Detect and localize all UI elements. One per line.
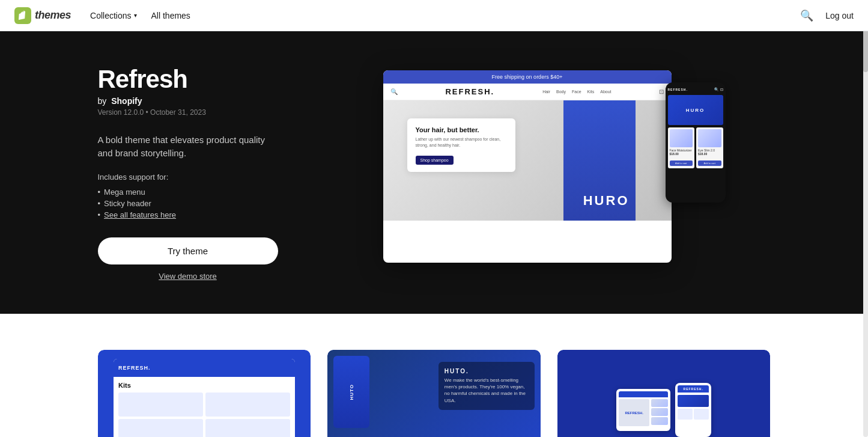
nav-right: 🔍 Log out: [798, 7, 854, 25]
f2-product-visual: HUTO: [333, 356, 369, 428]
logo[interactable]: themes: [14, 7, 71, 24]
mockup-logo: REFRESH.: [445, 87, 494, 96]
feature-card-2: HUTO HUTO. We make the world's best-smel…: [327, 350, 541, 437]
view-demo-button[interactable]: View demo store: [98, 272, 278, 281]
hero-description: A bold theme that elevates product quali…: [98, 133, 278, 160]
features-grid: REFRESH. Kits: [98, 350, 771, 437]
mockup-product-card: Your hair, but better. Lather up with ou…: [407, 118, 515, 172]
logout-button[interactable]: Log out: [825, 11, 854, 20]
nav-links: Collections ▾ All themes: [90, 11, 798, 20]
feature-card-3: REFRESH.: [557, 350, 771, 437]
hero-support-title: Includes support for:: [98, 173, 278, 182]
hero-left: Refresh by Shopify Version 12.0.0 • Octo…: [98, 65, 278, 281]
features-link[interactable]: See all features here: [104, 210, 176, 219]
mockup-shop-button[interactable]: Shop shampoo: [416, 156, 454, 165]
theme-mockup: Free shipping on orders $40+ 🔍 REFRESH. …: [383, 70, 702, 275]
all-themes-nav-link[interactable]: All themes: [151, 11, 190, 20]
f2-text-block: HUTO. We make the world's best-smelling …: [439, 362, 535, 410]
feature-image-2: HUTO HUTO. We make the world's best-smel…: [327, 350, 541, 437]
f3-phone: REFRESH.: [675, 383, 711, 437]
mobile-add-to-cart-1[interactable]: Add to cart: [670, 160, 693, 166]
support-item-1: Mega menu: [98, 186, 278, 198]
feature-image-1: REFRESH. Kits: [98, 350, 311, 437]
mobile-header: REFRESH. 🔍 ⊡: [668, 87, 723, 91]
hero-right: Free shipping on orders $40+ 🔍 REFRESH. …: [314, 70, 771, 275]
feature-2-mockup: HUTO HUTO. We make the world's best-smel…: [327, 350, 541, 437]
search-icon: 🔍: [800, 10, 813, 22]
collections-nav-link[interactable]: Collections ▾: [90, 11, 136, 20]
feature-1-mockup: REFRESH. Kits: [114, 359, 294, 437]
mockup-hero: Your hair, but better. Lather up with ou…: [383, 100, 672, 221]
mockup-search-icon: 🔍: [390, 88, 398, 95]
collections-label: Collections: [90, 11, 131, 20]
mockup-header: 🔍 REFRESH. Hair Body Face Kits About ⊡: [383, 84, 672, 100]
scrollbar-track[interactable]: [863, 0, 868, 437]
try-theme-button[interactable]: Try theme: [98, 237, 278, 264]
features-section: REFRESH. Kits: [0, 314, 868, 437]
shopify-logo-icon: [14, 7, 31, 24]
support-item-3: See all features here: [98, 209, 278, 221]
support-item-2: Sticky header: [98, 198, 278, 209]
mobile-product-2: Eye Slim 2.0 $18.00 Add to cart: [696, 127, 723, 168]
mobile-add-to-cart-2[interactable]: Add to cart: [698, 160, 721, 166]
mobile-product-1: Face Moisturizer $18.00 Add to cart: [668, 127, 695, 168]
chevron-down-icon: ▾: [134, 12, 137, 19]
desktop-mockup: Free shipping on orders $40+ 🔍 REFRESH. …: [383, 70, 672, 263]
navbar: themes Collections ▾ All themes 🔍 Log ou…: [0, 0, 868, 31]
feature-image-3: REFRESH.: [557, 350, 771, 437]
logo-text: themes: [35, 9, 71, 22]
search-button[interactable]: 🔍: [798, 7, 816, 25]
feature-3-mockup: REFRESH.: [557, 350, 771, 437]
theme-title: Refresh: [98, 65, 278, 94]
hero-section: Refresh by Shopify Version 12.0.0 • Octo…: [0, 31, 868, 314]
mockup-cart-icon: ⊡: [659, 88, 664, 95]
hero-support-list: Mega menu Sticky header See all features…: [98, 186, 278, 221]
mockup-huro-text: HURO: [583, 193, 630, 209]
feature-card-1: REFRESH. Kits: [98, 350, 311, 437]
all-themes-label: All themes: [151, 11, 190, 20]
mobile-mockup: REFRESH. 🔍 ⊡ HURO: [666, 82, 726, 203]
f3-tablet: REFRESH.: [616, 389, 670, 431]
hero-version: Version 12.0.0 • October 31, 2023: [98, 108, 278, 117]
mockup-banner: Free shipping on orders $40+: [383, 70, 672, 84]
mockup-nav: Hair Body Face Kits About: [542, 90, 611, 94]
mockup-hero-bg: Your hair, but better. Lather up with ou…: [383, 100, 672, 221]
hero-by: by Shopify: [98, 96, 278, 106]
mobile-product-grid: Face Moisturizer $18.00 Add to cart Eye …: [668, 127, 723, 168]
